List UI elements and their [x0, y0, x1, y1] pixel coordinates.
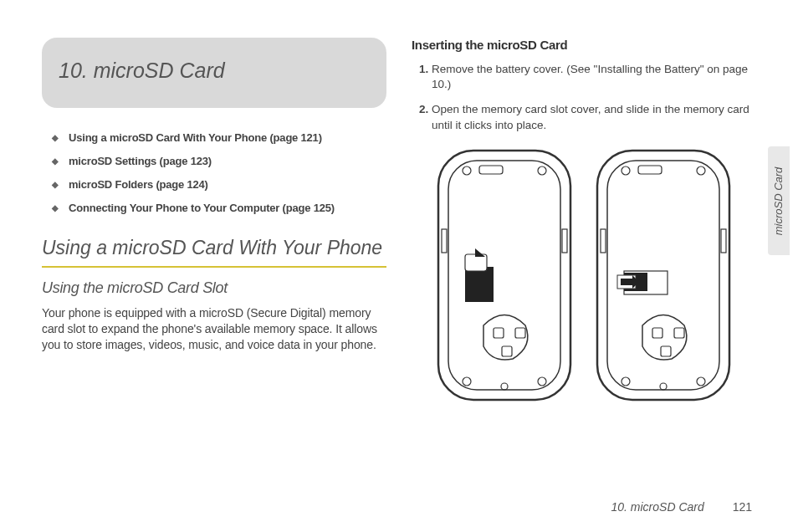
- footer-chapter: 10. microSD Card: [611, 500, 703, 514]
- chapter-title-box: 10. microSD Card: [42, 38, 386, 108]
- side-tab-label: microSD Card: [773, 166, 785, 235]
- body-paragraph: Your phone is equipped with a microSD (S…: [42, 305, 386, 353]
- illustration-row: [412, 146, 756, 405]
- step-list: Remove the battery cover. (See "Installi…: [412, 62, 756, 133]
- toc-item: microSD Folders (page 124): [52, 178, 386, 192]
- side-tab: microSD Card: [768, 146, 790, 255]
- footer-page-number: 121: [733, 500, 752, 514]
- phone-back-illustration-insert: [592, 146, 734, 405]
- section-heading: Using a microSD Card With Your Phone: [42, 237, 386, 260]
- svg-rect-7: [465, 267, 494, 302]
- table-of-contents: Using a microSD Card With Your Phone (pa…: [42, 131, 386, 216]
- chapter-title: 10. microSD Card: [59, 59, 370, 83]
- toc-item: Using a microSD Card With Your Phone (pa…: [52, 131, 386, 146]
- step-item: Open the memory card slot cover, and sli…: [432, 102, 756, 132]
- step-item: Remove the battery cover. (See "Installi…: [432, 62, 756, 92]
- page-footer: 10. microSD Card 121: [611, 500, 752, 514]
- phone-back-illustration-closed: [433, 146, 575, 405]
- toc-item: microSD Settings (page 123): [52, 155, 386, 169]
- right-subheading: Inserting the microSD Card: [412, 38, 756, 52]
- subsection-heading: Using the microSD Card Slot: [42, 279, 386, 297]
- section-rule: [42, 266, 386, 268]
- svg-rect-0: [438, 151, 570, 400]
- toc-item: Connecting Your Phone to Your Computer (…: [52, 202, 386, 216]
